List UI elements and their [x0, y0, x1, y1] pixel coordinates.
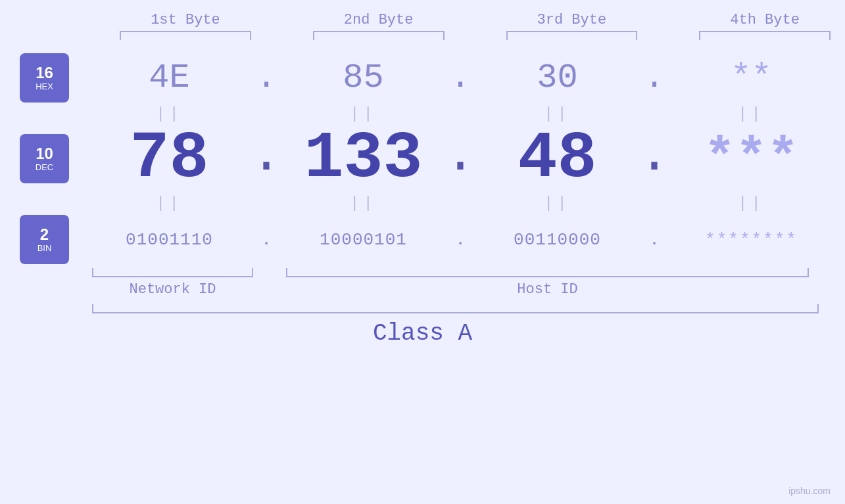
bin-badge: 2 BIN: [20, 215, 69, 264]
bracket-top-2: [313, 31, 445, 40]
dec-badge: 10 DEC: [20, 134, 69, 183]
bin-dot-1: .: [250, 230, 283, 250]
equals-2-4: ||: [671, 195, 832, 212]
bin-badge-label: BIN: [37, 243, 52, 253]
dec-badge-label: DEC: [36, 162, 53, 172]
host-id-label: Host ID: [286, 281, 809, 298]
bin-val-3: 00110000: [477, 230, 638, 250]
equals-1-1: ||: [89, 105, 250, 123]
equals-2-2: ||: [283, 195, 444, 212]
dec-val-1: 78: [89, 126, 250, 192]
bracket-top-4: [699, 31, 831, 40]
bin-val-1: 01001110: [89, 230, 250, 250]
hex-val-4: **: [671, 58, 832, 97]
full-bottom-bracket: [92, 304, 819, 313]
equals-2-3: ||: [477, 195, 638, 212]
bin-badge-number: 2: [40, 226, 49, 243]
hex-dot-1: .: [250, 58, 283, 97]
bracket-top-1: [120, 31, 251, 40]
byte-header-4: 4th Byte: [685, 12, 845, 28]
hex-badge-number: 16: [36, 64, 53, 81]
dec-val-2: 133: [283, 126, 444, 192]
hex-badge: 16 HEX: [20, 53, 69, 103]
bin-val-4: ********: [671, 230, 832, 250]
hex-val-1: 4E: [89, 58, 250, 97]
hex-val-2: 85: [283, 58, 444, 97]
dec-dot-2: .: [444, 126, 477, 192]
byte-header-3: 3rd Byte: [491, 12, 652, 28]
bin-dot-3: .: [638, 230, 671, 250]
class-label: Class A: [373, 320, 472, 347]
equals-1-3: ||: [477, 105, 638, 123]
network-id-bracket: [92, 268, 253, 277]
dec-badge-number: 10: [36, 145, 53, 162]
bracket-top-3: [506, 31, 638, 40]
hex-val-3: 30: [477, 58, 638, 97]
bin-dot-2: .: [444, 230, 477, 250]
dec-dot-3: .: [638, 126, 671, 192]
host-id-bracket: [286, 268, 809, 277]
hex-dot-3: .: [638, 58, 671, 97]
equals-2-1: ||: [89, 195, 250, 212]
hex-dot-2: .: [444, 58, 477, 97]
dec-val-4: ***: [671, 133, 832, 185]
hex-badge-label: HEX: [36, 81, 53, 91]
dec-val-3: 48: [477, 126, 638, 192]
equals-1-2: ||: [283, 105, 444, 123]
footer-text: ipshu.com: [788, 486, 831, 496]
byte-header-1: 1st Byte: [105, 12, 266, 28]
network-id-label: Network ID: [92, 281, 253, 298]
byte-header-2: 2nd Byte: [299, 12, 459, 28]
equals-1-4: ||: [671, 105, 832, 123]
dec-dot-1: .: [250, 126, 283, 192]
bin-val-2: 10000101: [283, 230, 444, 250]
